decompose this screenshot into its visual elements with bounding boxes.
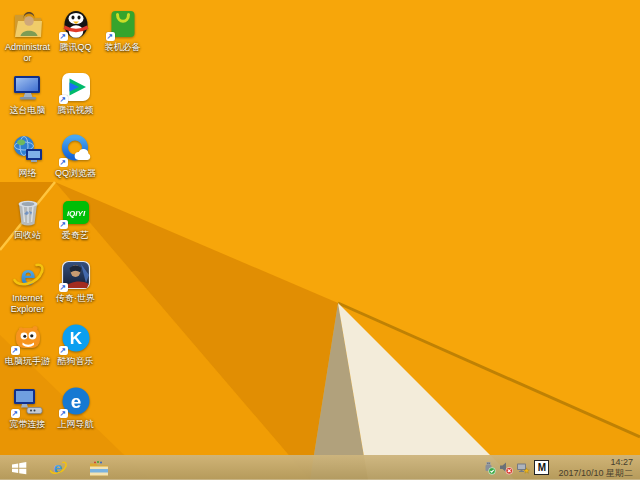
- user-folder-icon: [12, 8, 44, 40]
- desktop-icon-label: 回收站: [4, 230, 51, 241]
- desktop-surface[interactable]: Administrator ↗ 腾讯QQ ↗ 装机必备: [0, 0, 640, 480]
- desktop-icon-label: 酷狗音乐: [52, 356, 99, 367]
- shortcut-arrow-icon: ↗: [59, 32, 68, 41]
- shortcut-arrow-icon: ↗: [59, 158, 68, 167]
- clock-time: 14:27: [558, 457, 633, 468]
- svg-text:e: e: [70, 391, 81, 412]
- file-explorer-icon: [89, 460, 109, 476]
- qq-penguin-icon: ↗: [60, 8, 92, 40]
- shortcut-arrow-icon: ↗: [59, 346, 68, 355]
- start-button[interactable]: [0, 455, 38, 480]
- shortcut-arrow-icon: ↗: [59, 409, 68, 418]
- desktop-icon-web-navigation[interactable]: e ↗ 上网导航: [52, 385, 99, 430]
- blue-e-circle-icon: e ↗: [60, 385, 92, 417]
- globe-network-icon: [12, 134, 44, 166]
- desktop-icon-administrator[interactable]: Administrator: [4, 8, 51, 63]
- desktop-icon-broadband-connection[interactable]: ↗ 宽带连接: [4, 385, 51, 430]
- desktop-icon-label: 上网导航: [52, 419, 99, 430]
- desktop-icon-label: 装机必备: [99, 42, 146, 53]
- game-warrior-icon: ↗: [60, 259, 92, 291]
- desktop-icon-label: 爱奇艺: [52, 230, 99, 241]
- ring-cloud-icon: ↗: [60, 134, 92, 166]
- green-bag-icon: ↗: [107, 8, 139, 40]
- shortcut-arrow-icon: ↗: [59, 95, 68, 104]
- desktop-icon-label: 电脑玩手游: [4, 356, 51, 367]
- desktop-icon-legend-world-game[interactable]: ↗ 传奇·世界: [52, 259, 99, 304]
- ime-indicator[interactable]: M: [534, 460, 549, 475]
- svg-text:iQIYI: iQIYI: [66, 209, 85, 218]
- taskbar-clock[interactable]: 14:27 2017/10/10 星期二: [553, 457, 637, 478]
- kugou-k-icon: K ↗: [60, 322, 92, 354]
- desktop-icon-label: 传奇·世界: [52, 293, 99, 304]
- desktop-icon-label: 宽带连接: [4, 419, 51, 430]
- play-logo-icon: ↗: [60, 71, 92, 103]
- svg-text:K: K: [69, 329, 82, 348]
- desktop-icon-label: 这台电脑: [4, 105, 51, 116]
- internet-explorer-icon: e: [12, 259, 44, 291]
- svg-text:e: e: [20, 261, 35, 291]
- desktop-icon-iqiyi[interactable]: iQIYI ↗ 爱奇艺: [52, 196, 99, 241]
- taskbar: e: [0, 455, 640, 480]
- safely-remove-hardware-icon[interactable]: [481, 460, 496, 475]
- shortcut-arrow-icon: ↗: [11, 409, 20, 418]
- network-status-warning-icon[interactable]: [515, 460, 530, 475]
- internet-explorer-icon: e: [49, 459, 67, 477]
- desktop-icon-pc-mobile-games[interactable]: ↗ 电脑玩手游: [4, 322, 51, 367]
- windows-logo-icon: [11, 461, 27, 475]
- system-tray: M 14:27 2017/10/10 星期二: [481, 457, 640, 478]
- taskbar-internet-explorer-button[interactable]: e: [38, 455, 78, 480]
- iqiyi-logo-icon: iQIYI ↗: [60, 196, 92, 228]
- desktop-icon-internet-explorer[interactable]: e Internet Explorer: [4, 259, 51, 314]
- desktop-icon-essential-software[interactable]: ↗ 装机必备: [99, 8, 146, 53]
- desktop-icon-label: Internet Explorer: [4, 293, 51, 314]
- shortcut-arrow-icon: ↗: [59, 220, 68, 229]
- desktop-icon-tencent-video[interactable]: ↗ 腾讯视频: [52, 71, 99, 116]
- shortcut-arrow-icon: ↗: [59, 283, 68, 292]
- volume-muted-icon[interactable]: [498, 460, 513, 475]
- desktop-icon-network[interactable]: 网络: [4, 134, 51, 179]
- broadband-devices-icon: ↗: [12, 385, 44, 417]
- desktop-icon-qq-browser[interactable]: ↗ QQ浏览器: [52, 134, 99, 179]
- computer-icon: [12, 71, 44, 103]
- recycle-bin-icon: [12, 196, 44, 228]
- orange-monster-icon: ↗: [12, 322, 44, 354]
- shortcut-arrow-icon: ↗: [106, 32, 115, 41]
- desktop-icon-label: 腾讯QQ: [52, 42, 99, 53]
- desktop-icon-label: QQ浏览器: [52, 168, 99, 179]
- desktop-icon-label: 腾讯视频: [52, 105, 99, 116]
- desktop-icon-label: 网络: [4, 168, 51, 179]
- desktop-icon-label: Administrator: [4, 42, 51, 63]
- clock-date: 2017/10/10 星期二: [558, 468, 633, 479]
- taskbar-file-explorer-button[interactable]: [78, 455, 120, 480]
- desktop-icon-this-pc[interactable]: 这台电脑: [4, 71, 51, 116]
- shortcut-arrow-icon: ↗: [11, 346, 20, 355]
- desktop-icon-tencent-qq[interactable]: ↗ 腾讯QQ: [52, 8, 99, 53]
- desktop-icon-recycle-bin[interactable]: 回收站: [4, 196, 51, 241]
- desktop-icon-kugou-music[interactable]: K ↗ 酷狗音乐: [52, 322, 99, 367]
